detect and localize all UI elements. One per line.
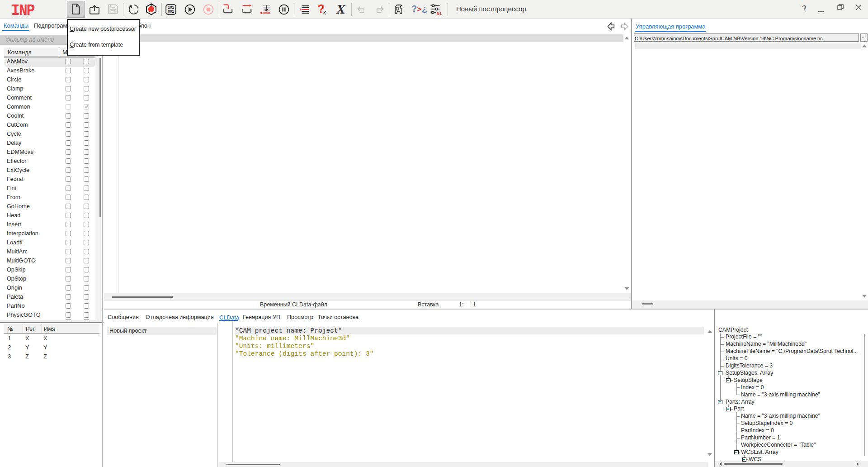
svg-text:>: > bbox=[417, 5, 421, 14]
svg-text:001: 001 bbox=[168, 9, 174, 14]
svg-text:x: x bbox=[322, 8, 326, 15]
svg-text:N1: N1 bbox=[437, 11, 442, 15]
svg-text:?: ? bbox=[411, 4, 417, 14]
svg-text:¿: ¿ bbox=[422, 4, 427, 14]
svg-text:X: X bbox=[336, 4, 346, 15]
